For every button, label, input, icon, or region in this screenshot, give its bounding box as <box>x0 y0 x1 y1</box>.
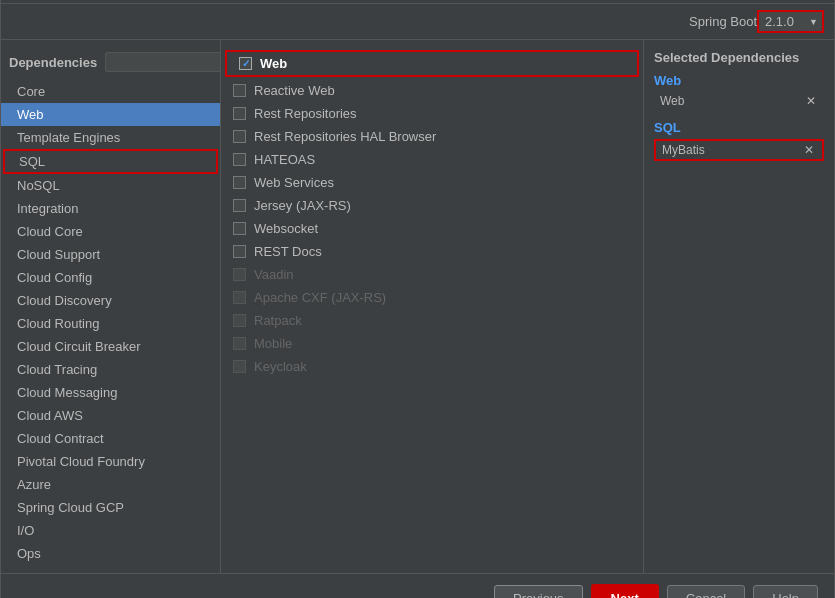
sidebar-item-web[interactable]: Web <box>1 103 220 126</box>
sidebar-item-sql[interactable]: SQL <box>3 149 218 174</box>
panels: Dependencies Core Web Template Engines S… <box>1 40 834 573</box>
help-button[interactable]: Help <box>753 585 818 598</box>
dependency-web[interactable]: Web <box>225 50 639 77</box>
spring-boot-select[interactable]: 2.1.0 2.0.8 1.5.20 <box>759 12 822 31</box>
top-control-area: Spring Boot 2.1.0 2.0.8 1.5.20 <box>1 4 834 40</box>
web-services-checkbox[interactable] <box>233 176 246 189</box>
websocket-label: Websocket <box>254 221 318 236</box>
rest-repositories-hal-checkbox[interactable] <box>233 130 246 143</box>
sidebar-item-cloud-tracing[interactable]: Cloud Tracing <box>1 358 220 381</box>
dependency-keycloak[interactable]: Keycloak <box>221 355 643 378</box>
jersey-checkbox[interactable] <box>233 199 246 212</box>
sidebar-item-cloud-aws[interactable]: Cloud AWS <box>1 404 220 427</box>
sidebar-item-cloud-circuit-breaker[interactable]: Cloud Circuit Breaker <box>1 335 220 358</box>
new-project-window: N New Project ✕ Spring Boot 2.1.0 2.0.8 … <box>0 0 835 598</box>
right-panel: Selected Dependencies Web Web ✕ SQL MyBa… <box>644 40 834 573</box>
sidebar-item-azure[interactable]: Azure <box>1 473 220 496</box>
previous-button[interactable]: Previous <box>494 585 583 598</box>
rest-repositories-hal-label: Rest Repositories HAL Browser <box>254 129 436 144</box>
remove-web-button[interactable]: ✕ <box>804 95 818 107</box>
cancel-button[interactable]: Cancel <box>667 585 745 598</box>
rest-repositories-checkbox[interactable] <box>233 107 246 120</box>
selected-deps-title: Selected Dependencies <box>654 50 824 65</box>
spring-boot-label: Spring Boot <box>689 14 757 29</box>
selected-section-web-title: Web <box>654 73 824 88</box>
bottom-bar: Previous Next Cancel Help <box>1 573 834 598</box>
selected-dep-mybatis: MyBatis ✕ <box>654 139 824 161</box>
apache-cxf-label: Apache CXF (JAX-RS) <box>254 290 386 305</box>
sidebar-item-cloud-contract[interactable]: Cloud Contract <box>1 427 220 450</box>
sidebar-item-cloud-core[interactable]: Cloud Core <box>1 220 220 243</box>
reactive-web-checkbox[interactable] <box>233 84 246 97</box>
dependency-jersey[interactable]: Jersey (JAX-RS) <box>221 194 643 217</box>
sidebar-item-nosql[interactable]: NoSQL <box>1 174 220 197</box>
rest-docs-label: REST Docs <box>254 244 322 259</box>
selected-dep-web: Web ✕ <box>654 92 824 110</box>
sidebar-item-cloud-routing[interactable]: Cloud Routing <box>1 312 220 335</box>
ratpack-label: Ratpack <box>254 313 302 328</box>
websocket-checkbox[interactable] <box>233 222 246 235</box>
remove-mybatis-button[interactable]: ✕ <box>802 144 816 156</box>
rest-repositories-label: Rest Repositories <box>254 106 357 121</box>
dependency-reactive-web[interactable]: Reactive Web <box>221 79 643 102</box>
web-checkbox[interactable] <box>239 57 252 70</box>
sidebar-item-spring-cloud-gcp[interactable]: Spring Cloud GCP <box>1 496 220 519</box>
sidebar-item-io[interactable]: I/O <box>1 519 220 542</box>
next-button[interactable]: Next <box>591 584 659 598</box>
search-input[interactable] <box>105 52 221 72</box>
search-bar: Dependencies <box>1 48 220 76</box>
sidebar-item-cloud-messaging[interactable]: Cloud Messaging <box>1 381 220 404</box>
selected-section-sql-title: SQL <box>654 120 824 135</box>
selected-dep-mybatis-label: MyBatis <box>662 143 705 157</box>
dependency-apache-cxf[interactable]: Apache CXF (JAX-RS) <box>221 286 643 309</box>
dependency-ratpack[interactable]: Ratpack <box>221 309 643 332</box>
sidebar-item-core[interactable]: Core <box>1 80 220 103</box>
dependency-rest-docs[interactable]: REST Docs <box>221 240 643 263</box>
mobile-checkbox[interactable] <box>233 337 246 350</box>
sidebar-item-integration[interactable]: Integration <box>1 197 220 220</box>
selected-dep-web-label: Web <box>660 94 684 108</box>
mobile-label: Mobile <box>254 336 292 351</box>
sidebar-item-cloud-discovery[interactable]: Cloud Discovery <box>1 289 220 312</box>
keycloak-label: Keycloak <box>254 359 307 374</box>
dependency-vaadin[interactable]: Vaadin <box>221 263 643 286</box>
hateoas-checkbox[interactable] <box>233 153 246 166</box>
sidebar: Dependencies Core Web Template Engines S… <box>1 40 221 573</box>
sidebar-item-cloud-config[interactable]: Cloud Config <box>1 266 220 289</box>
dependency-hateoas[interactable]: HATEOAS <box>221 148 643 171</box>
ratpack-checkbox[interactable] <box>233 314 246 327</box>
dependency-rest-repositories-hal[interactable]: Rest Repositories HAL Browser <box>221 125 643 148</box>
dependencies-label: Dependencies <box>9 55 97 70</box>
reactive-web-label: Reactive Web <box>254 83 335 98</box>
keycloak-checkbox[interactable] <box>233 360 246 373</box>
dependency-mobile[interactable]: Mobile <box>221 332 643 355</box>
vaadin-checkbox[interactable] <box>233 268 246 281</box>
vaadin-label: Vaadin <box>254 267 294 282</box>
sidebar-item-pivotal-cloud-foundry[interactable]: Pivotal Cloud Foundry <box>1 450 220 473</box>
dependency-web-services[interactable]: Web Services <box>221 171 643 194</box>
sidebar-item-ops[interactable]: Ops <box>1 542 220 565</box>
jersey-label: Jersey (JAX-RS) <box>254 198 351 213</box>
spring-boot-version-wrapper[interactable]: 2.1.0 2.0.8 1.5.20 <box>757 10 824 33</box>
rest-docs-checkbox[interactable] <box>233 245 246 258</box>
web-services-label: Web Services <box>254 175 334 190</box>
apache-cxf-checkbox[interactable] <box>233 291 246 304</box>
web-label: Web <box>260 56 287 71</box>
dependency-websocket[interactable]: Websocket <box>221 217 643 240</box>
hateoas-label: HATEOAS <box>254 152 315 167</box>
sidebar-item-cloud-support[interactable]: Cloud Support <box>1 243 220 266</box>
dependency-rest-repositories[interactable]: Rest Repositories <box>221 102 643 125</box>
middle-panel: Web Reactive Web Rest Repositories Rest … <box>221 40 644 573</box>
sidebar-item-template-engines[interactable]: Template Engines <box>1 126 220 149</box>
